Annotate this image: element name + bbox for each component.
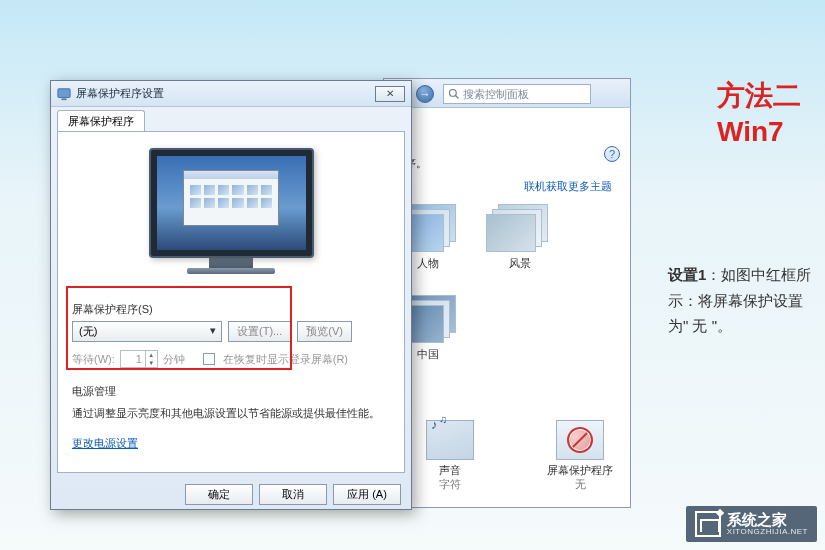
screensaver-icon [556, 420, 604, 460]
sound-label: 声音 [415, 463, 485, 477]
tab-strip: 屏幕保护程序 [51, 107, 411, 131]
search-input[interactable]: 搜索控制面板 [443, 84, 591, 104]
annotation-body: 设置1：如图中红框所示：将屏幕保护设置为" 无 "。 [668, 262, 813, 339]
thumb-image [486, 204, 548, 256]
annotation-step: 设置1 [668, 266, 706, 283]
watermark-url: XITONGZHIJIA.NET [727, 527, 808, 536]
thumb-label: 风景 [486, 256, 554, 271]
screensaver-label: 屏幕保护程序 [545, 463, 615, 477]
screensaver-dialog: 屏幕保护程序设置 ✕ 屏幕保护程序 屏幕保护程序(S) (无) 设置(T)...… [50, 80, 412, 510]
ok-button[interactable]: 确定 [185, 484, 253, 505]
tab-screensaver[interactable]: 屏幕保护程序 [57, 110, 145, 131]
sound-item[interactable]: 声音 字符 [415, 420, 485, 492]
theme-thumb[interactable]: 风景 [486, 204, 554, 271]
help-icon[interactable]: ? [604, 146, 620, 162]
background-text: 程序。 [394, 156, 620, 171]
annotation-title: 方法二 Win7 [717, 78, 801, 151]
nav-forward-button[interactable]: → [416, 85, 434, 103]
dialog-close-button[interactable]: ✕ [375, 86, 405, 102]
sound-sublabel: 字符 [415, 477, 485, 491]
theme-thumbnails-row1: 人物 风景 [394, 204, 620, 271]
apply-button[interactable]: 应用 (A) [333, 484, 401, 505]
watermark: 系统之家 XITONGZHIJIA.NET [686, 506, 817, 542]
preview-monitor [141, 148, 321, 280]
watermark-icon [695, 511, 721, 537]
svg-line-1 [456, 96, 459, 99]
screensaver-sublabel: 无 [545, 477, 615, 491]
annotation-title-line1: 方法二 [717, 78, 801, 114]
annotation-title-line2: Win7 [717, 114, 801, 150]
dialog-icon [57, 87, 71, 101]
screensaver-item[interactable]: 屏幕保护程序 无 [545, 420, 615, 492]
theme-thumbnails-row2: 中国 [394, 295, 620, 362]
cancel-button[interactable]: 取消 [259, 484, 327, 505]
sound-icon [426, 420, 474, 460]
svg-point-0 [450, 90, 457, 97]
change-power-link[interactable]: 更改电源设置 [72, 436, 138, 451]
search-placeholder: 搜索控制面板 [463, 87, 529, 102]
screensaver-combo[interactable]: (无) [72, 321, 222, 342]
preview-button[interactable]: 预览(V) [297, 321, 352, 342]
dialog-title: 屏幕保护程序设置 [76, 86, 164, 101]
search-icon [448, 88, 460, 100]
svg-rect-2 [58, 88, 70, 97]
watermark-name: 系统之家 [727, 512, 808, 528]
bottom-icons: 声音 字符 屏幕保护程序 无 [415, 420, 615, 492]
power-management-desc: 通过调整显示亮度和其他电源设置以节省能源或提供最佳性能。 [72, 405, 390, 422]
combo-value: (无) [79, 324, 97, 339]
dialog-body: 屏幕保护程序(S) (无) 设置(T)... 预览(V) 等待(W): 1 ▲▼… [57, 131, 405, 473]
power-management-label: 电源管理 [72, 384, 390, 399]
more-themes-link[interactable]: 联机获取更多主题 [394, 179, 612, 194]
dialog-footer: 确定 取消 应用 (A) [51, 479, 411, 509]
dialog-titlebar: 屏幕保护程序设置 ✕ [51, 81, 411, 107]
svg-rect-3 [61, 98, 66, 100]
